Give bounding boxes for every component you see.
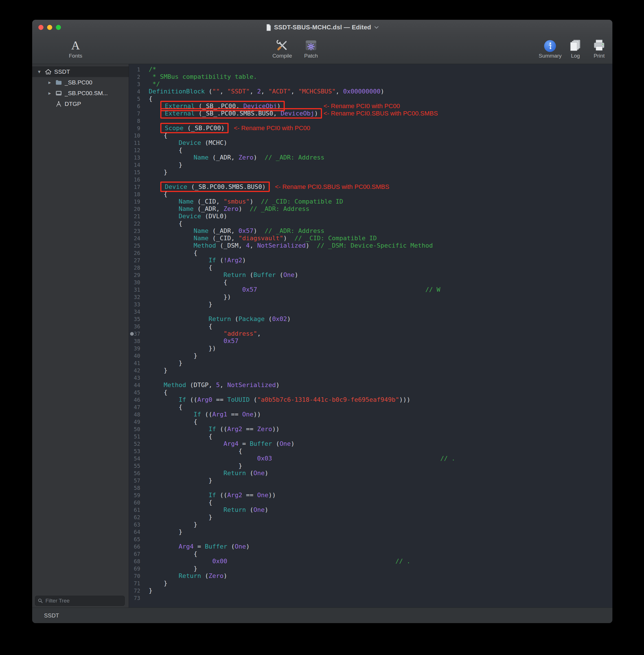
line-number: 32 bbox=[129, 293, 144, 301]
print-button[interactable]: Print bbox=[589, 37, 609, 59]
code-line: 71 } bbox=[129, 580, 613, 587]
line-marker-dot bbox=[130, 332, 134, 336]
code-line: 59 If ((Arg2 == One)) bbox=[129, 492, 613, 499]
line-number: 39 bbox=[129, 345, 144, 352]
line-number: 43 bbox=[129, 374, 144, 381]
print-label: Print bbox=[594, 53, 604, 59]
title-chevron-icon[interactable] bbox=[374, 26, 379, 29]
line-number: 52 bbox=[129, 440, 144, 448]
code-line: 3 */ bbox=[129, 81, 613, 88]
code-line: 21 Device (DVL0) bbox=[129, 212, 613, 220]
sidebar-item-ssdt[interactable]: ▾SSDT bbox=[32, 66, 129, 77]
compile-button[interactable]: Compile bbox=[269, 37, 295, 59]
line-number: 10 bbox=[129, 132, 144, 139]
fonts-label: Fonts bbox=[69, 53, 83, 59]
line-number: 7 bbox=[129, 110, 144, 117]
code-line: 15 } bbox=[129, 168, 613, 176]
code-line: 57 } bbox=[129, 477, 613, 484]
status-text: SSDT bbox=[44, 612, 59, 619]
summary-label: Summary bbox=[539, 53, 561, 59]
line-number: 28 bbox=[129, 264, 144, 271]
line-number: 23 bbox=[129, 227, 144, 234]
toolbar: A Fonts Compile bbox=[32, 35, 613, 64]
close-button[interactable] bbox=[38, 25, 43, 30]
line-number: 67 bbox=[129, 550, 144, 558]
sidebar-item-dtgp[interactable]: DTGP bbox=[32, 98, 129, 109]
code-line: 36 { bbox=[129, 323, 613, 330]
code-line: 33 } bbox=[129, 301, 613, 308]
line-number: 40 bbox=[129, 352, 144, 359]
code-line: 61 Return (One) bbox=[129, 506, 613, 514]
code-lines: 1/*2 * SMBus compatibility table.3 */4De… bbox=[129, 66, 613, 602]
code-line: 38 0x57 bbox=[129, 337, 613, 345]
line-number: 71 bbox=[129, 580, 144, 587]
line-number: 61 bbox=[129, 506, 144, 514]
summary-button[interactable]: Summary bbox=[539, 37, 561, 59]
patch-button[interactable]: Patch bbox=[298, 37, 324, 59]
line-number: 35 bbox=[129, 315, 144, 323]
code-line: 7 External (_SB_.PC00.SMBS.BUS0, DeviceO… bbox=[129, 110, 613, 117]
line-number: 55 bbox=[129, 462, 144, 470]
line-number: 33 bbox=[129, 301, 144, 308]
line-number: 30 bbox=[129, 279, 144, 286]
code-editor[interactable]: 1/*2 * SMBus compatibility table.3 */4De… bbox=[129, 64, 613, 608]
code-line: 60 { bbox=[129, 499, 613, 506]
line-number: 24 bbox=[129, 234, 144, 242]
line-number: 27 bbox=[129, 257, 144, 264]
status-bar: SSDT bbox=[32, 608, 613, 623]
code-line: 67 { bbox=[129, 550, 613, 558]
rename-annotation-text: <- Rename PCI0.SBUS with PC00.SMBS bbox=[275, 183, 389, 190]
code-line: 1/* bbox=[129, 66, 613, 73]
minimize-button[interactable] bbox=[47, 25, 52, 30]
code-line: 40 } bbox=[129, 352, 613, 359]
code-line: 63 } bbox=[129, 521, 613, 528]
disclosure-closed-icon[interactable]: ▸ bbox=[47, 79, 53, 86]
filter-tree-input[interactable] bbox=[45, 597, 122, 604]
line-number: 17 bbox=[129, 183, 144, 190]
code-line: 72} bbox=[129, 587, 613, 594]
code-line: 55 } bbox=[129, 462, 613, 470]
line-number: 45 bbox=[129, 389, 144, 396]
code-line: 54 0x03 // . bbox=[129, 455, 613, 462]
code-line: 52 Arg4 = Buffer (One) bbox=[129, 440, 613, 448]
line-number: 34 bbox=[129, 308, 144, 315]
code-line: 39 }) bbox=[129, 345, 613, 352]
log-pages-icon bbox=[569, 39, 582, 52]
disclosure-closed-icon[interactable]: ▸ bbox=[47, 90, 53, 96]
rename-annotation-text: <- Rename PCI0 with PC00 bbox=[234, 125, 310, 132]
line-number: 58 bbox=[129, 484, 144, 492]
line-number: 19 bbox=[129, 198, 144, 205]
folder-icon bbox=[55, 80, 62, 85]
code-line: 18 { bbox=[129, 190, 613, 198]
code-line: 50 If ((Arg2 == Zero)) bbox=[129, 426, 613, 433]
line-number: 8 bbox=[129, 117, 144, 125]
code-line: 45 { bbox=[129, 389, 613, 396]
print-printer-icon bbox=[593, 39, 606, 52]
app-window: SSDT-SBUS-MCHC.dsl — Edited A Fonts bbox=[32, 20, 613, 623]
sidebar-item-sb-pc00[interactable]: ▸_SB.PC00 bbox=[32, 77, 129, 88]
line-number: 38 bbox=[129, 337, 144, 345]
method-icon bbox=[55, 101, 62, 107]
log-button[interactable]: Log bbox=[566, 37, 585, 59]
line-number: 68 bbox=[129, 558, 144, 565]
disclosure-open-icon[interactable]: ▾ bbox=[36, 69, 42, 75]
line-number: 26 bbox=[129, 249, 144, 257]
search-icon bbox=[38, 598, 43, 603]
code-line: 28 { bbox=[129, 264, 613, 271]
code-line: 2 * SMBus compatibility table. bbox=[129, 73, 613, 81]
code-line: 46 If ((Arg0 == ToUUID ("a0b5b7c6-1318-4… bbox=[129, 396, 613, 403]
code-line: 66 Arg4 = Buffer (One) bbox=[129, 543, 613, 550]
code-line: 23 Name (_ADR, 0x57) // _ADR: Address bbox=[129, 227, 613, 234]
code-line: 47 { bbox=[129, 403, 613, 411]
line-number: 63 bbox=[129, 521, 144, 528]
sidebar-item-sb-pc00-sm[interactable]: ▸_SB.PC00.SM... bbox=[32, 88, 129, 98]
line-number: 62 bbox=[129, 514, 144, 521]
code-line: 30 { bbox=[129, 279, 613, 286]
code-line: 19 Name (_CID, "smbus") // _CID: Compati… bbox=[129, 198, 613, 205]
filter-field[interactable] bbox=[35, 596, 125, 606]
zoom-button[interactable] bbox=[56, 25, 61, 30]
fonts-button[interactable]: A Fonts bbox=[69, 37, 83, 59]
line-number: 4 bbox=[129, 88, 144, 95]
line-number: 50 bbox=[129, 426, 144, 433]
code-line: 37 "address", bbox=[129, 330, 613, 337]
